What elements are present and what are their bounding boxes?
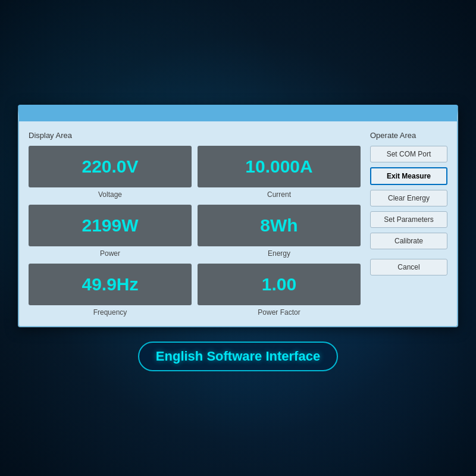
metric-cell-frequency: 49.9Hz Frequency [29,264,192,317]
metric-label-power: Power [100,249,120,258]
metric-label-power-factor: Power Factor [258,308,300,317]
metrics-grid: 220.0V Voltage 10.000A Current [29,146,361,317]
set-parameters-button[interactable]: Set Parameters [370,211,447,228]
op-buttons: Set COM Port Exit Measure Clear Energy S… [370,146,447,275]
metric-value-frequency: 49.9Hz [82,274,138,295]
metric-cell-power-factor: 1.00 Power Factor [198,264,361,317]
display-area: Display Area 220.0V Voltage 10.000A [29,131,361,317]
metric-display-energy: 8Wh [198,205,361,246]
metric-cell-voltage: 220.0V Voltage [29,146,192,199]
metric-label-current: Current [267,190,291,199]
display-area-label: Display Area [29,131,361,140]
exit-measure-button[interactable]: Exit Measure [370,167,447,185]
metric-value-power-factor: 1.00 [262,274,296,295]
set-com-port-button[interactable]: Set COM Port [370,146,447,162]
metric-label-frequency: Frequency [93,308,127,317]
application-window: Display Area 220.0V Voltage 10.000A [18,105,458,327]
metric-value-energy: 8Wh [260,215,298,236]
software-label-container: English Software Interface [138,342,338,371]
cancel-button[interactable]: Cancel [370,259,447,275]
metric-value-power: 2199W [82,215,138,236]
window-inner: Display Area 220.0V Voltage 10.000A [29,131,447,317]
operate-area-label: Operate Area [370,131,447,140]
metric-display-voltage: 220.0V [29,146,192,187]
metric-display-power: 2199W [29,205,192,246]
metric-cell-power: 2199W Power [29,205,192,258]
calibrate-button[interactable]: Calibrate [370,233,447,249]
metric-display-current: 10.000A [198,146,361,187]
metric-cell-current: 10.000A Current [198,146,361,199]
software-label: English Software Interface [156,349,320,364]
metric-display-frequency: 49.9Hz [29,264,192,305]
metric-value-current: 10.000A [245,156,312,177]
metric-value-voltage: 220.0V [82,156,138,177]
clear-energy-button[interactable]: Clear Energy [370,190,447,206]
metric-label-energy: Energy [268,249,290,258]
metric-display-power-factor: 1.00 [198,264,361,305]
operate-area: Operate Area Set COM Port Exit Measure C… [370,131,447,317]
main-content: Display Area 220.0V Voltage 10.000A [18,105,458,371]
metric-label-voltage: Voltage [98,190,122,199]
metric-cell-energy: 8Wh Energy [198,205,361,258]
